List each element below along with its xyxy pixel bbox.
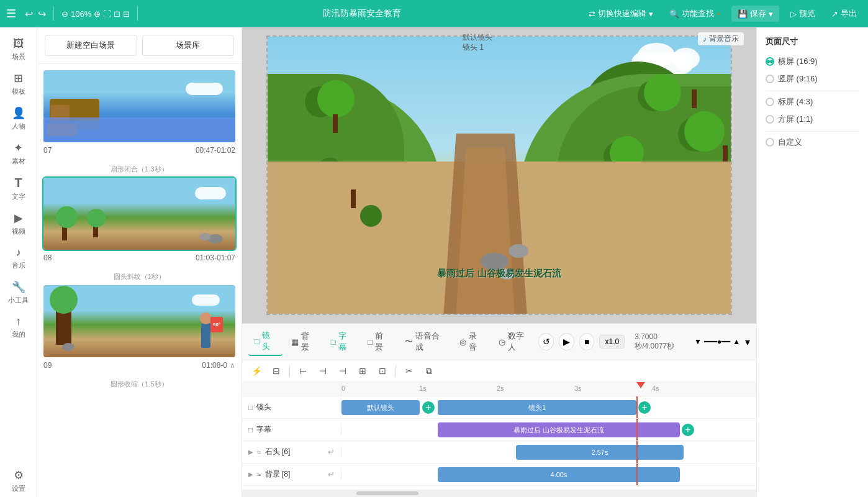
tab-bg[interactable]: ▦ 背景: [285, 328, 322, 355]
music-icon: ♪: [16, 246, 21, 259]
new-scene-button[interactable]: 新建空白场景: [45, 35, 137, 56]
align-center-tool[interactable]: ⊣: [315, 363, 331, 379]
track-body-subtitle[interactable]: 暴雨过后 山谷极易发生泥石流 +: [341, 419, 756, 440]
bg-expand-icon[interactable]: ▶: [248, 471, 253, 478]
bg-tab-icon: ▦: [291, 337, 299, 347]
sidebar-item-scene[interactable]: 🖼 场景: [2, 34, 35, 65]
radio-landscape[interactable]: [766, 57, 774, 66]
fit-icon[interactable]: ⛶: [103, 9, 111, 19]
zoom-in-icon[interactable]: ⊕: [94, 9, 101, 19]
tab-tts[interactable]: 〜 语音合成: [399, 328, 451, 355]
radio-portrait[interactable]: [766, 75, 774, 83]
zoom-slider[interactable]: ━━━●━━: [704, 337, 730, 346]
tab-foreground[interactable]: □ 前景: [361, 328, 396, 355]
split-icon[interactable]: ⊡: [114, 9, 120, 19]
sidebar-item-tools[interactable]: 🔧 小工具: [2, 276, 35, 309]
tab-subtitle[interactable]: □ 字幕: [325, 328, 359, 355]
zoom-out-icon[interactable]: ⊖: [61, 9, 68, 19]
sidebar-item-material[interactable]: ✦ 素材: [2, 137, 35, 170]
radio-square[interactable]: [766, 115, 774, 124]
play-button[interactable]: ▶: [559, 333, 574, 350]
scene-expand-icon[interactable]: ∧: [230, 361, 235, 370]
bg-unlink-icon[interactable]: ↵: [328, 470, 335, 479]
track-body-background[interactable]: 4.00s: [341, 463, 756, 485]
add-clip-button-1[interactable]: +: [422, 401, 435, 414]
zoom-down-icon[interactable]: ▼: [694, 337, 702, 346]
export-button[interactable]: ↗ 导出: [826, 6, 862, 22]
timeline-tabs: □ 镜头 ▦ 背景 □ 字幕 □ 前景 〜 语音合成: [242, 324, 756, 360]
timeline-expand-icon[interactable]: ▾: [745, 336, 750, 348]
cut-tool[interactable]: ✂: [401, 363, 417, 379]
bg-music-button[interactable]: ♪ 背景音乐: [698, 32, 744, 45]
stop-button[interactable]: ■: [579, 333, 595, 350]
scene-item-09[interactable]: 90° 09 01:08-0 ∧: [42, 284, 237, 372]
zoom-control[interactable]: ⊖ 106% ⊕ ⛶ ⊡ ⊟: [61, 9, 130, 19]
add-subtitle-button[interactable]: +: [682, 424, 694, 436]
sidebar: 🖼 场景 ⊞ 模板 👤 人物 ✦ 素材 T 文字 ▶ 视频 ♪ 音乐 🔧: [0, 27, 37, 497]
switch-edit-button[interactable]: ⇄ 切换快速编辑 ▾: [584, 6, 658, 22]
sidebar-item-video[interactable]: ▶ 视频: [2, 207, 35, 240]
sidebar-item-my[interactable]: ↑ 我的: [2, 311, 35, 343]
track-body-camera[interactable]: 默认镜头 + 镜头1 +: [341, 396, 756, 418]
camera-tab-icon: □: [255, 337, 260, 346]
align-right-tool[interactable]: ⊣: [335, 363, 351, 379]
character-icon: 👤: [12, 106, 25, 120]
add-clip-button-2[interactable]: +: [638, 401, 651, 414]
track-label-subtitle: □ 字幕: [242, 424, 341, 435]
rock-unlink-icon[interactable]: ↵: [328, 447, 335, 457]
sidebar-item-music[interactable]: ♪ 音乐: [2, 242, 35, 274]
scene-item-08[interactable]: 08 01:03-01:07: [42, 176, 237, 265]
preview-button[interactable]: ▷ 预览: [785, 6, 820, 22]
right-panel: 页面尺寸 横屏 (16:9) 竖屏 (9:16) 标屏 (4:3) 方屏 (1:…: [756, 27, 868, 497]
sidebar-item-text[interactable]: T 文字: [2, 172, 35, 205]
restart-button[interactable]: ↺: [538, 333, 554, 350]
track-label-camera: □ 镜头: [242, 402, 341, 413]
material-icon: ✦: [14, 141, 23, 155]
zoom-control-timeline[interactable]: ▼ ━━━●━━ ▲: [694, 337, 740, 346]
rock-expand-icon[interactable]: ▶: [248, 449, 253, 455]
timeline-scrollbar[interactable]: [242, 490, 756, 497]
space-tool[interactable]: ⊡: [374, 363, 391, 379]
clip-background[interactable]: 4.00s: [438, 467, 680, 482]
feature-check-button[interactable]: 🔍 功能查找 +: [664, 6, 725, 22]
filter-tool[interactable]: ⚡: [248, 363, 264, 379]
copy-tool[interactable]: ⧉: [421, 363, 437, 379]
radio-standard[interactable]: [766, 98, 774, 106]
sidebar-item-template[interactable]: ⊞ 模板: [2, 68, 35, 100]
option-portrait[interactable]: 竖屏 (9:16): [766, 73, 859, 84]
clip-default-camera[interactable]: 默认镜头: [341, 400, 420, 415]
menu-icon[interactable]: ☰: [6, 7, 16, 21]
bg-track-icon: ≈: [257, 470, 261, 479]
track-label-background: ▶ ≈ 背景 [8] ↵: [242, 469, 341, 480]
sidebar-item-character[interactable]: 👤 人物: [2, 103, 35, 135]
sidebar-item-settings[interactable]: ⚙ 设置: [2, 465, 35, 497]
option-landscape[interactable]: 横屏 (16:9): [766, 56, 859, 67]
tab-digital[interactable]: ◷ 数字人: [492, 328, 536, 355]
distribute-tool[interactable]: ⊞: [355, 363, 371, 379]
canvas-viewport[interactable]: 默认镜头 镜头 1 ♪ 背景音乐: [242, 27, 756, 323]
tab-record[interactable]: ◎ 录音: [453, 328, 489, 355]
track-body-rock[interactable]: 2.57s: [341, 441, 756, 463]
tab-camera[interactable]: □ 镜头: [248, 327, 283, 356]
bg-label: 背景 [8]: [265, 469, 291, 480]
speed-button[interactable]: x1.0: [599, 335, 625, 349]
clip-camera1[interactable]: 镜头1: [438, 400, 636, 415]
radio-custom[interactable]: [766, 138, 774, 147]
undo-button[interactable]: ↩: [25, 8, 33, 20]
option-custom[interactable]: 自定义: [766, 137, 859, 148]
record-icon[interactable]: ⊟: [123, 9, 130, 19]
clip-rock[interactable]: 2.57s: [516, 445, 684, 460]
scrollbar-thumb[interactable]: [356, 491, 418, 495]
option-square[interactable]: 方屏 (1:1): [766, 114, 859, 125]
toolbar-actions: ⇄ 切换快速编辑 ▾ 🔍 功能查找 + 💾 保存 ▾ ▷ 预览 ↗ 导出: [584, 6, 862, 22]
scene-library-button[interactable]: 场景库: [142, 35, 235, 56]
arrange-tool[interactable]: ⊟: [268, 363, 284, 379]
canvas-frame[interactable]: 暴雨过后 山谷极易发生泥石流: [266, 35, 732, 315]
scene-item-07[interactable]: 07 00:47-01:02: [42, 69, 237, 157]
save-button[interactable]: 💾 保存 ▾: [731, 6, 779, 22]
option-standard[interactable]: 标屏 (4:3): [766, 96, 859, 107]
align-left-tool[interactable]: ⊢: [295, 363, 311, 379]
clip-subtitle[interactable]: 暴雨过后 山谷极易发生泥石流: [438, 422, 680, 437]
redo-button[interactable]: ↪: [38, 8, 46, 20]
zoom-up-icon[interactable]: ▲: [733, 337, 740, 346]
